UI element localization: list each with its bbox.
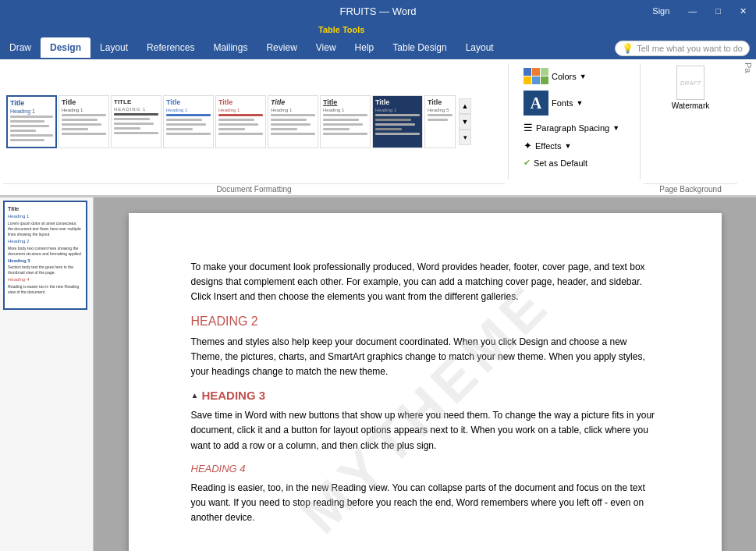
swatch-darkgreen bbox=[541, 76, 548, 84]
doc-content[interactable]: MYTHEME To make your document look profe… bbox=[94, 197, 756, 551]
tc-title-7: Title bbox=[323, 98, 367, 107]
tc-block-7d bbox=[323, 128, 350, 130]
tab-mailings[interactable]: Mailings bbox=[204, 37, 257, 58]
tc-block-1b bbox=[10, 120, 44, 123]
fonts-button[interactable]: A Fonts ▼ bbox=[516, 88, 632, 118]
tab-design[interactable]: Design bbox=[41, 37, 91, 58]
tc-sub-2: Heading 1 bbox=[62, 108, 106, 112]
theme-card-7[interactable]: Title Heading 1 bbox=[320, 95, 371, 148]
tc-title-9: Title bbox=[428, 98, 453, 107]
thumb-body-2: More body text content here showing the … bbox=[8, 246, 83, 257]
tab-draw[interactable]: Draw bbox=[0, 37, 41, 58]
theme-card-6[interactable]: Title Heading 1 bbox=[268, 95, 318, 148]
theme-card-1[interactable]: Title Heading 1 bbox=[6, 95, 57, 148]
thumb-h4: Heading 4 bbox=[8, 277, 83, 283]
theme-card-9[interactable]: Title Heading 5 bbox=[424, 95, 456, 148]
tell-me-box[interactable]: 💡 Tell me what you want to do bbox=[615, 41, 750, 56]
gallery-expand[interactable]: ▾ bbox=[459, 130, 471, 145]
doc-heading2: HEADING 2 bbox=[191, 315, 659, 329]
tc-block-8c bbox=[375, 123, 415, 126]
tc-block-8b bbox=[375, 119, 411, 121]
tab-review[interactable]: Review bbox=[257, 37, 306, 58]
tc-block-5e bbox=[218, 133, 263, 135]
tc-block-6d bbox=[271, 128, 297, 130]
title-bar-tools: Sign — □ ✕ bbox=[643, 0, 756, 22]
effects-label: Effects bbox=[535, 141, 561, 151]
tc-block-4c bbox=[166, 123, 206, 126]
swatch-row-2 bbox=[524, 76, 548, 84]
tab-area-right: 💡 Tell me what you want to do bbox=[609, 37, 756, 59]
sign-button[interactable]: Sign bbox=[643, 0, 679, 22]
tc-block-4a bbox=[166, 114, 211, 116]
tc-block-8a bbox=[375, 114, 420, 116]
tc-block-6e bbox=[271, 133, 315, 135]
tab-table-layout[interactable]: Layout bbox=[456, 37, 503, 58]
swatch-orange bbox=[532, 68, 540, 76]
close-button[interactable]: ✕ bbox=[730, 0, 756, 22]
tab-references[interactable]: References bbox=[137, 37, 204, 58]
tc-block-5b bbox=[218, 119, 254, 121]
thumb-title: Title bbox=[8, 205, 83, 212]
doc-sidebar[interactable]: Title Heading 1 Lorem ipsum dolor sit am… bbox=[0, 197, 94, 551]
paragraph-spacing-icon: ☰ bbox=[524, 122, 533, 133]
watermark-button[interactable]: DRAFT Watermark bbox=[672, 66, 710, 110]
page-background-label: Page Background bbox=[644, 183, 737, 194]
effects-button[interactable]: ✦ Effects ▼ bbox=[516, 137, 632, 154]
tc-block-9b bbox=[428, 119, 448, 121]
set-as-default-button[interactable]: ✔ Set as Default bbox=[516, 155, 632, 170]
page-background-section: DRAFT Watermark Page Background bbox=[644, 61, 737, 183]
minimize-button[interactable]: — bbox=[679, 0, 706, 22]
tab-layout[interactable]: Layout bbox=[91, 37, 137, 58]
tab-view[interactable]: View bbox=[307, 37, 346, 58]
tc-block-6b bbox=[271, 119, 307, 121]
colors-label: Colors bbox=[552, 72, 577, 81]
tc-block-4d bbox=[166, 128, 193, 130]
gallery-scroll-up[interactable]: ▲ bbox=[459, 98, 471, 114]
tc-title-6: Title bbox=[271, 98, 315, 107]
theme-card-2[interactable]: Title Heading 1 bbox=[59, 95, 109, 148]
tc-block-2d bbox=[62, 128, 88, 130]
color-swatches-group bbox=[524, 68, 548, 84]
effects-chevron: ▼ bbox=[564, 142, 571, 150]
paragraph-spacing-button[interactable]: ☰ Paragraph Spacing ▼ bbox=[516, 119, 632, 136]
theme-card-3[interactable]: TITLE HEADING 1 bbox=[111, 95, 161, 148]
doc-thumb-1[interactable]: Title Heading 1 Lorem ipsum dolor sit am… bbox=[3, 201, 87, 310]
tc-title-1: Title bbox=[10, 98, 53, 108]
effects-icon: ✦ bbox=[524, 140, 532, 151]
tc-block-8e bbox=[375, 133, 420, 135]
tc-block-2e bbox=[62, 133, 106, 135]
theme-gallery-section: Title Heading 1 Title Heading 1 bbox=[3, 61, 505, 183]
tc-sub-8: Heading 1 bbox=[375, 108, 420, 112]
tc-title-5: Title bbox=[218, 98, 263, 107]
fonts-chevron: ▼ bbox=[577, 99, 584, 107]
tc-title-2: Title bbox=[62, 98, 106, 107]
tab-table-design[interactable]: Table Design bbox=[383, 37, 456, 58]
tab-help[interactable]: Help bbox=[346, 37, 384, 58]
theme-card-4[interactable]: Title Heading 1 bbox=[163, 95, 214, 148]
colors-button[interactable]: Colors ▼ bbox=[516, 66, 632, 87]
theme-card-8[interactable]: Title Heading 1 bbox=[372, 95, 423, 148]
tc-block-1f bbox=[10, 139, 44, 141]
gallery-scroll-down[interactable]: ▼ bbox=[459, 114, 471, 130]
tc-block-4e bbox=[166, 133, 211, 135]
tc-block-1c bbox=[10, 125, 49, 127]
watermark-preview: DRAFT bbox=[676, 66, 705, 100]
tc-block-7a bbox=[323, 114, 367, 116]
tc-block-3d bbox=[114, 127, 140, 130]
doc-heading4: HEADING 4 bbox=[191, 463, 659, 475]
tc-title-4: Title bbox=[166, 98, 211, 107]
tc-sub-1: Heading 1 bbox=[10, 108, 53, 114]
theme-card-5[interactable]: Title Heading 1 bbox=[215, 95, 266, 148]
maximize-button[interactable]: □ bbox=[706, 0, 730, 22]
tc-block-3a bbox=[114, 113, 158, 116]
tc-block-2b bbox=[62, 119, 98, 121]
document-area: Title Heading 1 Lorem ipsum dolor sit am… bbox=[0, 197, 756, 551]
watermark-label: Watermark bbox=[672, 101, 710, 110]
swatch-lightblue bbox=[532, 76, 540, 84]
doc-para-4: Reading is easier, too, in the new Readi… bbox=[191, 481, 659, 526]
tc-block-1e bbox=[10, 134, 53, 137]
tc-block-7c bbox=[323, 123, 363, 126]
fonts-label: Fonts bbox=[552, 98, 573, 108]
doc-para-1: To make your document look professionall… bbox=[191, 260, 659, 305]
table-tools-bar: Table Tools bbox=[0, 22, 756, 37]
